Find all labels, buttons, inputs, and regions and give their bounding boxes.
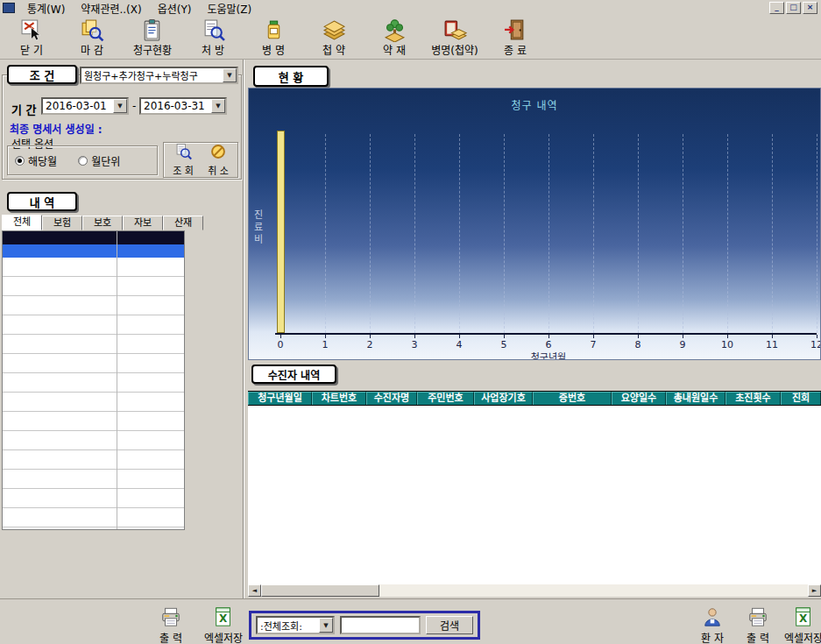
menu-bar: 통계(W)약재관련..(X)옵션(Y)도움말(Z) _□×	[0, 0, 821, 16]
toolbar-label: 종 료	[504, 42, 527, 57]
toolbar-medicine-material[interactable]: 약 재	[370, 18, 419, 57]
search-scope-combo[interactable]: :전체조회: ▼	[256, 616, 335, 634]
bottom-right-action-3[interactable]: X엑셀저장	[782, 606, 821, 644]
action-label: 출 력	[747, 630, 769, 644]
patient-column-4[interactable]: 주민번호	[417, 392, 474, 405]
toolbar-close-tool[interactable]: 닫 기	[7, 18, 56, 57]
chart-tick-label: 11	[766, 339, 778, 350]
radio-option-해당월[interactable]: 해당월	[15, 153, 57, 168]
search-doc-icon	[174, 143, 192, 163]
patient-section-button[interactable]: 수진자 내역	[251, 364, 336, 384]
excel-icon: X	[793, 606, 814, 630]
chart-y-axis-wall	[277, 131, 285, 333]
close-tool-icon	[19, 18, 44, 42]
search-submit-button[interactable]: 검색	[426, 616, 473, 634]
menu-item-2[interactable]: 약재관련..(X)	[73, 0, 149, 17]
toolbar-closing[interactable]: 마 감	[67, 18, 117, 57]
condition-section-button[interactable]: 조 건	[7, 65, 77, 84]
toolbar-herbal-pack[interactable]: 첩 약	[309, 18, 358, 57]
medicine-material-icon	[382, 18, 407, 42]
toolbar-claim-status[interactable]: 청구현황	[128, 18, 177, 57]
chart-tick	[459, 335, 460, 338]
details-table[interactable]	[2, 230, 185, 530]
chart-x-axis-label: 청구년월	[280, 350, 817, 360]
herbal-pack-icon	[322, 18, 346, 42]
date-separator: -	[132, 100, 136, 112]
scrollbar-thumb[interactable]	[261, 584, 379, 597]
menu-item-3[interactable]: 옵션(Y)	[150, 0, 200, 17]
claim-type-combo[interactable]: 원청구+추가청구+누락청구 ▼	[80, 67, 238, 84]
chart-tick	[504, 335, 505, 338]
menu-item-4[interactable]: 도움말(Z)	[199, 0, 259, 17]
date-to-combo[interactable]: 2016-03-31 ▼	[139, 97, 227, 115]
bottom-right-action-2[interactable]: 출 력	[736, 606, 780, 644]
details-table-grid	[3, 258, 184, 529]
toolbar-prescription[interactable]: 처 방	[188, 18, 237, 57]
toolbar-label: 청구현황	[133, 42, 172, 57]
patient-section-label: 수진자 내역	[268, 367, 320, 382]
details-section-button[interactable]: 내 역	[7, 192, 77, 211]
tab-보험[interactable]: 보험	[42, 216, 82, 230]
chart-gridline	[727, 134, 728, 333]
chevron-down-icon[interactable]: ▼	[211, 99, 225, 113]
toolbar-disease-name[interactable]: 병 명	[249, 18, 298, 57]
chart-x-axis	[275, 333, 817, 335]
patient-table-body[interactable]	[248, 406, 821, 584]
chart-tick	[727, 335, 728, 338]
toolbar-label: 병명(첩약)	[431, 42, 478, 57]
minimize-button[interactable]: _	[769, 2, 784, 14]
toolbar-label: 약 재	[383, 42, 406, 57]
prescription-icon	[201, 18, 225, 42]
toolbar-exit[interactable]: 종 료	[491, 18, 540, 57]
panel-divider	[243, 60, 244, 598]
action-label: 출 력	[159, 630, 182, 644]
search-button[interactable]: 조 회	[168, 143, 198, 177]
tab-보호[interactable]: 보호	[82, 216, 123, 230]
search-scope-value: :전체조회:	[260, 619, 302, 633]
radio-label: 해당월	[28, 153, 57, 168]
radio-option-월단위[interactable]: 월단위	[78, 153, 120, 168]
close-button[interactable]: ×	[803, 2, 817, 14]
toolbar: 닫 기마 감청구현황처 방병 명첩 약약 재병명(첩약)종 료	[0, 16, 821, 60]
patient-column-3[interactable]: 수진자명	[366, 392, 417, 405]
tab-산재[interactable]: 산재	[163, 216, 203, 230]
date-from-value: 2016-03-01	[46, 100, 107, 112]
chevron-down-icon[interactable]: ▼	[319, 618, 333, 633]
chart-tick-label: 0	[278, 339, 284, 350]
toolbar-label: 처 방	[202, 42, 224, 57]
patient-column-2[interactable]: 차트번호	[312, 392, 366, 405]
tab-자보[interactable]: 자보	[123, 216, 163, 230]
date-from-combo[interactable]: 2016-03-01 ▼	[41, 97, 129, 115]
cancel-button[interactable]: 취 소	[203, 143, 233, 177]
svg-text:X: X	[219, 612, 228, 625]
toolbar-disease-herbal[interactable]: 병명(첩약)	[430, 18, 479, 57]
chart-gridline	[414, 134, 415, 333]
status-section-button[interactable]: 현 황	[253, 66, 329, 87]
patient-column-10[interactable]: 진회	[781, 392, 821, 405]
horizontal-scrollbar[interactable]: ◄ ►	[248, 584, 821, 597]
radio-group: 해당월월단위	[7, 145, 158, 175]
menu-items: 통계(W)약재관련..(X)옵션(Y)도움말(Z)	[19, 0, 259, 17]
bottom-left-action-2[interactable]: X엑셀저장	[202, 606, 245, 644]
patient-column-7[interactable]: 요양일수	[612, 392, 666, 405]
menu-item-1[interactable]: 통계(W)	[19, 0, 73, 17]
patient-column-5[interactable]: 사업장기호	[474, 392, 533, 405]
scrollbar-track[interactable]	[379, 584, 808, 597]
bottom-right-action-1[interactable]: 환 자	[690, 606, 734, 644]
patient-column-8[interactable]: 총내원일수	[666, 392, 725, 405]
tab-전체[interactable]: 전체	[2, 215, 42, 230]
patient-column-1[interactable]: 청구년월일	[248, 392, 312, 405]
chart-gridline	[638, 134, 639, 333]
chevron-down-icon[interactable]: ▼	[113, 99, 127, 113]
scroll-left-arrow-icon[interactable]: ◄	[248, 584, 261, 597]
patient-column-6[interactable]: 증번호	[533, 392, 612, 405]
restore-button[interactable]: □	[786, 2, 801, 14]
bottom-left-action-1[interactable]: 출 력	[149, 606, 193, 644]
search-input[interactable]	[340, 616, 421, 634]
chart-tick	[414, 335, 415, 338]
scroll-right-arrow-icon[interactable]: ►	[808, 584, 821, 597]
chevron-down-icon[interactable]: ▼	[223, 68, 237, 82]
patient-column-9[interactable]: 초진횟수	[725, 392, 781, 405]
details-table-header-row	[3, 231, 184, 244]
details-table-selected-row[interactable]	[3, 244, 184, 258]
